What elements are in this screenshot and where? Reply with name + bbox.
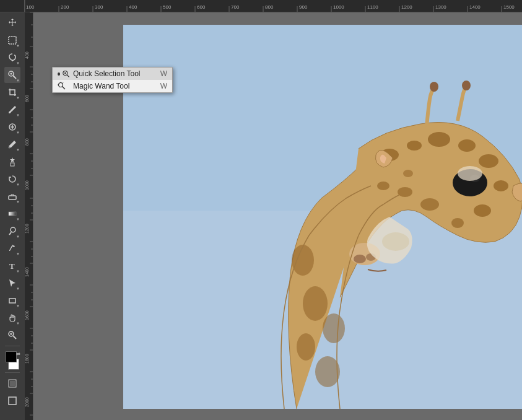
- menu-item-indicators: [58, 69, 70, 78]
- menu-item-magic-wand-shortcut: W: [160, 82, 167, 90]
- svg-text:600: 600: [197, 4, 206, 10]
- tool-move[interactable]: [4, 15, 20, 31]
- svg-point-120: [303, 286, 328, 321]
- svg-point-122: [323, 313, 345, 343]
- tool-marquee[interactable]: ▼: [4, 32, 20, 48]
- svg-point-123: [315, 356, 340, 387]
- color-picker[interactable]: ⇄: [2, 351, 22, 370]
- svg-point-102: [458, 139, 476, 152]
- svg-rect-37: [9, 196, 16, 199]
- svg-text:200: 200: [61, 4, 69, 10]
- tool-arrow: ▼: [16, 113, 20, 117]
- svg-text:2000: 2000: [25, 397, 29, 407]
- tool-path-select[interactable]: ▼: [4, 275, 20, 291]
- svg-rect-48: [10, 381, 15, 386]
- clone-icon: [7, 157, 17, 167]
- zoom-icon: [7, 330, 17, 340]
- svg-point-39: [11, 227, 15, 232]
- svg-text:1800: 1800: [25, 354, 29, 364]
- document-canvas[interactable]: [123, 25, 522, 409]
- svg-line-40: [9, 232, 11, 235]
- svg-point-110: [403, 170, 413, 177]
- svg-text:800: 800: [25, 138, 29, 146]
- tool-arrow: ▼: [16, 183, 20, 186]
- tool-pen[interactable]: ▼: [4, 240, 20, 256]
- menu-item-magic-wand[interactable]: Magic Wand Tool W: [53, 80, 172, 92]
- svg-rect-49: [9, 397, 16, 405]
- canvas-area: Quick Selection Tool W Magic Wand Tool W: [33, 12, 522, 420]
- foreground-color-box[interactable]: [6, 351, 17, 362]
- tool-crop[interactable]: ▼: [4, 84, 20, 100]
- svg-text:1400: 1400: [469, 4, 481, 10]
- svg-text:T: T: [9, 261, 15, 271]
- svg-line-126: [67, 75, 70, 77]
- svg-point-103: [479, 154, 498, 168]
- svg-text:1500: 1500: [503, 4, 515, 10]
- tool-shape[interactable]: ▼: [4, 292, 20, 308]
- screenmode-icon: [7, 396, 17, 406]
- left-ruler-svg: 400 600 800 1000 1200 1400: [25, 12, 33, 420]
- menu-item-quick-select-label: Quick Selection Tool: [73, 69, 157, 78]
- svg-point-33: [11, 73, 12, 75]
- svg-text:1200: 1200: [401, 4, 412, 10]
- svg-rect-38: [9, 212, 16, 216]
- svg-rect-36: [11, 163, 14, 166]
- tool-screenmode[interactable]: [4, 393, 20, 409]
- svg-text:600: 600: [25, 95, 29, 102]
- tool-arrow: ▼: [16, 217, 20, 221]
- svg-text:1000: 1000: [25, 180, 29, 190]
- svg-text:1600: 1600: [25, 310, 29, 320]
- menu-item-wand-icon-area: [58, 82, 70, 90]
- svg-rect-42: [9, 299, 15, 303]
- quick-select-menu-icon: [62, 69, 70, 78]
- svg-point-121: [297, 333, 315, 361]
- tool-quickmask[interactable]: [4, 375, 20, 392]
- tool-brush[interactable]: ▼: [4, 136, 20, 152]
- tool-history[interactable]: ▼: [4, 171, 20, 187]
- svg-text:1200: 1200: [25, 224, 29, 234]
- svg-point-117: [354, 255, 366, 263]
- svg-text:1100: 1100: [367, 4, 378, 10]
- tool-arrow: ▼: [16, 44, 20, 48]
- svg-point-112: [462, 81, 471, 90]
- svg-point-119: [292, 245, 314, 276]
- active-dot: [58, 72, 60, 76]
- svg-point-104: [494, 180, 508, 191]
- tool-dodge[interactable]: ▼: [4, 223, 20, 239]
- tool-eraser[interactable]: ▼: [4, 188, 20, 204]
- svg-point-35: [9, 147, 11, 149]
- swap-colors-icon[interactable]: ⇄: [16, 351, 20, 357]
- tool-arrow: ▼: [16, 269, 20, 273]
- tool-eyedropper[interactable]: ▼: [4, 102, 20, 118]
- svg-line-129: [63, 87, 66, 90]
- top-ruler-bar: 100 200 300 400 500 600 700 800 900 1000…: [0, 0, 522, 12]
- tool-zoom[interactable]: [4, 327, 20, 343]
- tool-quick-select[interactable]: ▼: [4, 67, 20, 83]
- svg-text:1300: 1300: [435, 4, 446, 10]
- tool-lasso[interactable]: ▼: [4, 50, 20, 66]
- tool-gradient[interactable]: ▼: [4, 206, 20, 222]
- tool-arrow: ▼: [16, 79, 20, 82]
- main-area: ▼ ▼ ▼ ▼: [0, 12, 522, 420]
- top-ruler-svg: 100 200 300 400 500 600 700 800 900 1000…: [25, 0, 522, 12]
- tool-arrow: ▼: [16, 61, 20, 65]
- tool-arrow: ▼: [16, 200, 20, 204]
- tool-separator-2: [5, 372, 20, 373]
- tool-arrow: ▼: [16, 252, 20, 256]
- svg-point-124: [382, 232, 409, 251]
- svg-point-115: [458, 166, 482, 181]
- svg-text:700: 700: [231, 4, 240, 10]
- tool-healing[interactable]: ▼: [4, 119, 20, 135]
- tool-separator: [5, 346, 20, 346]
- tool-type[interactable]: T ▼: [4, 258, 20, 274]
- tool-clone[interactable]: [4, 154, 20, 170]
- tool-arrow: ▼: [16, 322, 20, 325]
- tool-hand[interactable]: ▼: [4, 310, 20, 326]
- move-icon: [7, 18, 17, 28]
- toolbar: ▼ ▼ ▼ ▼: [0, 12, 25, 420]
- top-ruler-track: 100 200 300 400 500 600 700 800 900 1000…: [25, 0, 522, 12]
- tool-arrow: ▼: [16, 96, 20, 100]
- svg-point-101: [428, 132, 450, 147]
- menu-item-quick-select[interactable]: Quick Selection Tool W: [53, 68, 172, 80]
- menu-item-quick-select-shortcut: W: [160, 69, 167, 78]
